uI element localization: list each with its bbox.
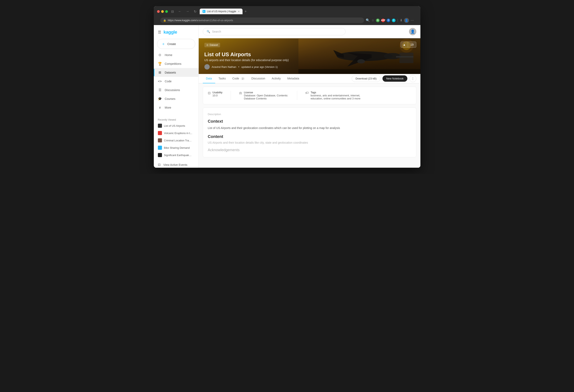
license-item: ⚖ License Database: Open Database, Conte… [239, 91, 289, 100]
ext-cyan-icon[interactable]: C [392, 19, 395, 22]
license-value: Database: Open Database, Contents: Datab… [244, 94, 289, 100]
author-name[interactable]: Aravind Ram Nathan [212, 65, 236, 68]
nav-discussions-label: Discussions [165, 88, 180, 92]
usability-item: ⊡ Usability 10.0 [208, 91, 223, 97]
view-active-events-label: View Active Events [164, 163, 187, 167]
usability-icon: ⊡ [208, 91, 210, 95]
tab-discussion[interactable]: Discussion [248, 74, 268, 83]
kaggle-logo[interactable]: kaggle [164, 30, 177, 35]
recent-text-volcanic: Volcanic Eruptions in t... [164, 132, 192, 135]
vote-up-icon[interactable]: ▲ [401, 42, 408, 47]
ext-red-icon[interactable]: ABP [381, 19, 385, 22]
content-heading: Content [208, 134, 411, 139]
code-badge: 2 [241, 77, 245, 80]
forward-button[interactable]: → [185, 9, 190, 14]
sidebar-item-courses[interactable]: 🎓 Courses [154, 94, 199, 103]
vote-button[interactable]: ▲ 19 [401, 41, 416, 48]
dataset-badge-icon: ⊙ [206, 44, 208, 46]
tabs-left: Data Tasks Code 2 Discussion Activity [203, 74, 303, 83]
close-button[interactable] [157, 10, 160, 13]
updated-text: updated a year ago (Version 1) [241, 65, 278, 68]
tab-data[interactable]: Data [203, 74, 215, 83]
sidebar-item-home[interactable]: ⊙ Home [154, 51, 199, 59]
home-icon: ⊙ [158, 53, 162, 57]
more-actions-button[interactable]: ⋮ [410, 75, 416, 82]
minimize-button[interactable] [161, 10, 164, 13]
author-separator: • [238, 65, 239, 68]
recently-viewed-section: Recently Viewed List of US Airports Volc… [154, 115, 199, 160]
tab-tasks[interactable]: Tasks [215, 74, 229, 83]
dataset-badge: ⊙ Dataset [205, 43, 220, 47]
hamburger-icon[interactable]: ☰ [158, 30, 161, 35]
sidebar-item-datasets[interactable]: ⊞ Datasets [154, 68, 199, 77]
back-button[interactable]: ← [177, 9, 183, 14]
recent-item-volcanic[interactable]: Volcanic Eruptions in t... [154, 129, 199, 137]
browser-tab[interactable]: k List of US Airports | Kaggle ✕ [200, 9, 243, 14]
chevron-down-icon: ∨ [158, 106, 162, 109]
nav-code-label: Code [165, 80, 172, 83]
recent-item-criminal[interactable]: Criminal Location Trac... [154, 137, 199, 144]
new-tab-button[interactable]: + [243, 9, 248, 14]
recent-item-airports[interactable]: List of US Airports [154, 122, 199, 129]
sidebar-item-code[interactable]: <> Code [154, 77, 199, 86]
hero-author: Aravind Ram Nathan • updated a year ago … [205, 64, 415, 70]
chrome-user-avatar[interactable]: 👤 [404, 18, 409, 23]
download-icon[interactable]: ⬇ [400, 18, 402, 22]
reload-button[interactable]: ↻ [193, 9, 198, 14]
ext-blue-icon[interactable]: O [387, 19, 390, 22]
more-options-button[interactable]: ⋯ [410, 18, 414, 22]
meta-divider-1 [231, 91, 231, 100]
context-text: List of US Airports and their geolocatio… [208, 126, 411, 130]
view-active-events-button[interactable]: ⊡ View Active Events [154, 160, 199, 168]
hero-content: ⊙ Dataset List of US Airports US airport… [199, 38, 420, 74]
separator-icon: | [397, 19, 398, 22]
star-icon[interactable]: ☆ [371, 18, 374, 22]
new-notebook-button[interactable]: New Notebook [383, 75, 407, 82]
tab-activity[interactable]: Activity [268, 74, 284, 83]
user-avatar[interactable]: 👤 [409, 28, 416, 35]
tabs-right: Download (23 kB) New Notebook ⋮ [352, 75, 416, 82]
tags-item: 🏷 Tags business, arts and entertainment,… [305, 91, 372, 100]
courses-icon: 🎓 [158, 97, 162, 101]
tab-title: List of US Airports | Kaggle [207, 10, 236, 13]
nav-competitions-label: Competitions [165, 62, 182, 65]
recent-icon-bike [158, 146, 162, 150]
recent-icon-airports [158, 124, 162, 128]
author-avatar [205, 64, 210, 70]
tabs-row: Data Tasks Code 2 Discussion Activity [199, 74, 420, 83]
magnifier-icon[interactable]: 🔍 [366, 18, 370, 22]
code-icon: <> [158, 79, 162, 83]
recent-text-bike: Bike Sharing Demand [164, 146, 190, 149]
discussions-icon: ☰ [158, 88, 162, 92]
tab-close-icon[interactable]: ✕ [238, 10, 240, 13]
sidebar-toggle-icon[interactable]: ⊟ [170, 9, 175, 14]
tags-icon: 🏷 [305, 91, 309, 95]
meta-divider-2 [297, 91, 297, 100]
sidebar-item-discussions[interactable]: ☰ Discussions [154, 86, 199, 94]
tab-code[interactable]: Code 2 [229, 74, 248, 83]
ext-green-icon[interactable]: G [376, 19, 380, 22]
license-label: License [244, 91, 289, 94]
nav-datasets-label: Datasets [165, 71, 176, 74]
download-button[interactable]: Download (23 kB) [352, 75, 380, 82]
context-heading: Context [208, 119, 411, 124]
maximize-button[interactable] [165, 10, 168, 13]
recent-icon-volcanic [158, 131, 162, 135]
recent-icon-earthquake [158, 153, 162, 157]
recent-item-earthquake[interactable]: Significant Earthquake... [154, 151, 199, 159]
address-bar[interactable]: 🔒 https://www.kaggle.com/aravindram11/li… [160, 18, 364, 23]
sidebar-item-more[interactable]: ∨ More [154, 103, 199, 112]
dataset-subtitle: US airports and their location details (… [205, 58, 415, 62]
tab-metadata[interactable]: Metadata [284, 74, 302, 83]
main-content: 🔍 Search 👤 [199, 25, 420, 168]
acknowledgements-heading: Acknowledgements [208, 148, 411, 152]
license-icon: ⚖ [239, 91, 242, 95]
recent-text-airports: List of US Airports [164, 124, 185, 127]
recent-item-bike[interactable]: Bike Sharing Demand [154, 144, 199, 151]
search-bar[interactable]: 🔍 Search [203, 28, 346, 35]
nav-more-label: More [165, 106, 171, 109]
lock-icon: 🔒 [163, 19, 166, 22]
create-button[interactable]: ＋ Create [157, 39, 195, 49]
sidebar-item-competitions[interactable]: 🏆 Competitions [154, 59, 199, 68]
dataset-hero: ▲ 19 ⊙ Dataset List of US Airports US ai… [199, 38, 420, 74]
